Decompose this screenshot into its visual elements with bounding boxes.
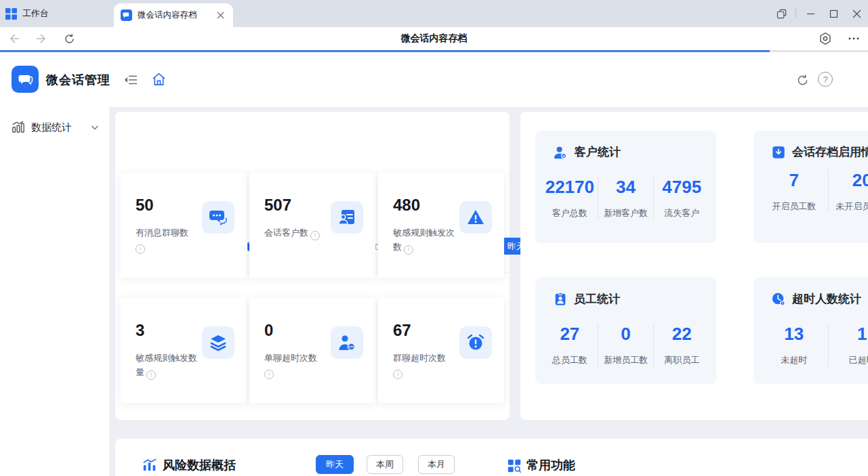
risk-filter-month-button[interactable]: 本月	[418, 455, 455, 474]
risk-chart-icon	[142, 458, 157, 473]
stat-label: 敏感规则触发数量	[136, 351, 201, 380]
risk-filter-yesterday-button[interactable]: 昨天	[316, 455, 354, 474]
staff-badge-icon	[553, 292, 568, 307]
archive-enable-card[interactable]: 会话存档启用情况 7 开启员工数 20 未开启员工数	[753, 131, 868, 243]
customer-stats-title: 客户统计	[542, 144, 709, 160]
workspace-tab[interactable]: 工作台	[5, 0, 49, 27]
stat-total-customers: 22170 客户总数	[542, 177, 598, 219]
customer-check-icon	[553, 145, 569, 160]
archive-stats-row: 7 开启员工数 20 未开启员工数	[760, 170, 868, 213]
workspace-grid-icon	[5, 8, 17, 20]
window-controls-divider	[795, 9, 796, 18]
forward-icon[interactable]	[33, 29, 51, 48]
info-icon[interactable]	[404, 245, 413, 255]
stat-card-group-chat-timeout[interactable]: 67 群聊超时次数	[378, 298, 504, 403]
stat-label: 敏感规则触发次数	[393, 225, 458, 255]
stat-card-sensitive-rules[interactable]: 3 敏感规则触发数量	[121, 298, 247, 403]
timeout-stats-title: 超时人数统计	[760, 291, 868, 307]
statistics-chart-icon	[12, 121, 25, 134]
stat-not-enabled-staff: 20 未开启员工数	[828, 170, 868, 213]
info-icon[interactable]	[136, 244, 145, 254]
customer-stats-card[interactable]: 客户统计 22170 客户总数 34 新增客户数 4795 流失客户	[535, 131, 716, 243]
active-tab-label: 微会话内容存档	[138, 9, 209, 21]
sidebar: 数据统计	[0, 107, 109, 476]
statistics-panel: 客户统计 22170 客户总数 34 新增客户数 4795 流失客户	[520, 112, 868, 420]
stat-label: 会话客户数	[264, 225, 332, 240]
risk-data-card: 风险数据概括 昨天 本周 本月	[115, 439, 510, 476]
data-overview-card: 数据概况 更新时间：2024-07-04 15:51 昨天 本周 本月 50 有…	[115, 112, 510, 420]
risk-data-title: 风险数据概括	[163, 457, 236, 473]
stat-new-customers: 34 新增客户数	[598, 177, 654, 219]
stat-card-session-customers[interactable]: 507 会话客户数	[249, 173, 375, 278]
customer-stats-row: 22170 客户总数 34 新增客户数 4795 流失客户	[542, 177, 709, 219]
stat-total-staff: 27 总员工数	[542, 324, 598, 366]
settings-gear-icon[interactable]	[816, 29, 835, 48]
close-window-icon[interactable]	[845, 0, 868, 27]
maximize-icon[interactable]	[822, 0, 845, 27]
chat-app-icon	[121, 9, 132, 21]
stat-enabled-staff: 7 开启员工数	[760, 170, 828, 213]
info-icon[interactable]	[393, 370, 402, 379]
info-icon[interactable]	[310, 231, 320, 240]
common-functions-title: 常用功能	[526, 457, 575, 473]
group-chat-icon	[202, 201, 234, 234]
reload-icon[interactable]	[60, 29, 79, 48]
app-logo	[12, 66, 39, 93]
staff-stats-row: 27 总员工数 0 新增员工数 22 离职员工	[542, 324, 709, 366]
collapse-sidebar-icon[interactable]	[123, 72, 139, 88]
staff-stats-card[interactable]: 员工统计 27 总员工数 0 新增员工数 22 离职员工	[535, 278, 716, 384]
active-tab[interactable]: 微会话内容存档	[114, 3, 233, 27]
more-menu-icon[interactable]	[844, 29, 863, 48]
stat-resigned-staff: 22 离职员工	[653, 324, 709, 366]
layers-icon	[202, 326, 234, 359]
info-icon[interactable]	[264, 370, 274, 379]
minimize-icon[interactable]	[799, 0, 822, 27]
session-customer-icon	[331, 201, 363, 234]
chevron-down-icon	[90, 123, 100, 132]
stat-label: 单聊超时次数	[264, 351, 332, 379]
risk-filter-week-button[interactable]: 本周	[367, 455, 403, 474]
browser-nav-bar: 微会话内容存档	[0, 27, 868, 50]
stat-card-single-chat-timeout[interactable]: 0 单聊超时次数	[249, 298, 375, 403]
tab-close-icon[interactable]	[214, 9, 226, 22]
stat-not-timeout: 13 未超时	[760, 324, 828, 366]
window-controls	[770, 0, 868, 27]
info-icon[interactable]	[146, 370, 156, 380]
stat-card-group-chats[interactable]: 50 有消息群聊数	[121, 173, 247, 278]
timeout-clock-icon	[771, 292, 786, 307]
stat-label: 有消息群聊数	[136, 225, 203, 254]
common-functions-card: 常用功能	[501, 439, 868, 476]
app-header: 微会话管理 李叶	[0, 52, 868, 107]
single-chat-timeout-icon	[331, 326, 363, 359]
sidebar-item-data-statistics[interactable]: 数据统计	[0, 107, 109, 134]
workspace-tab-label: 工作台	[22, 7, 49, 20]
warning-icon	[459, 201, 492, 234]
refresh-icon[interactable]	[794, 72, 810, 88]
timeout-stats-row: 13 未超时 1 已超时	[760, 324, 868, 366]
app-title: 微会话管理	[46, 72, 110, 88]
grid-search-icon	[507, 458, 522, 473]
archive-download-icon	[771, 145, 786, 160]
alarm-icon	[459, 326, 492, 359]
archive-enable-title: 会话存档启用情况	[760, 144, 868, 160]
stat-lost-customers: 4795 流失客户	[653, 177, 709, 219]
home-icon[interactable]	[150, 71, 167, 87]
sidebar-item-label: 数据统计	[31, 121, 84, 134]
staff-stats-title: 员工统计	[542, 291, 709, 307]
page-title: 微会话内容存档	[0, 27, 868, 50]
stat-timeout: 1 已超时	[828, 324, 868, 366]
popup-window-icon[interactable]	[770, 0, 793, 27]
stat-label: 群聊超时次数	[393, 351, 461, 379]
stat-card-sensitive-triggers[interactable]: 480 敏感规则触发次数	[378, 173, 504, 278]
stat-new-staff: 0 新增员工数	[598, 324, 654, 366]
browser-tab-bar: 工作台 微会话内容存档	[0, 0, 868, 27]
back-icon[interactable]	[4, 29, 23, 48]
timeout-stats-card[interactable]: 超时人数统计 13 未超时 1 已超时	[753, 278, 868, 384]
help-icon[interactable]	[818, 72, 833, 87]
